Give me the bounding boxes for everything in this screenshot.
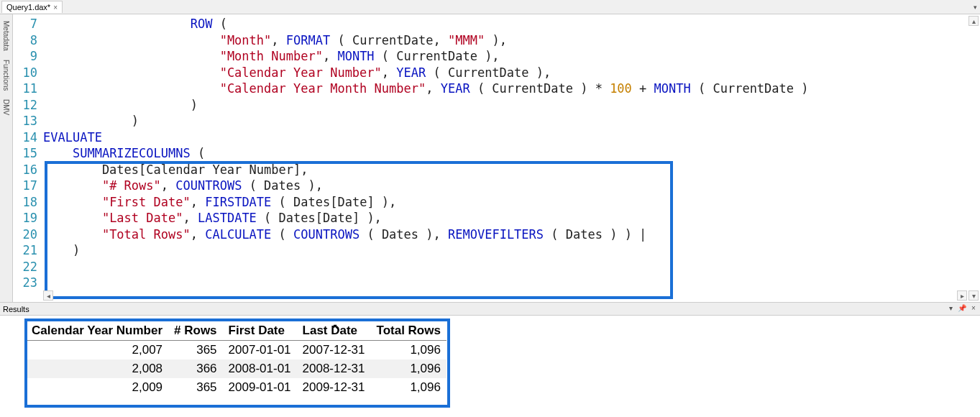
results-table[interactable]: Calendar Year Number# RowsFirst DateLast… [26, 321, 447, 397]
side-tab-metadata[interactable]: Metadata [1, 17, 12, 55]
table-cell: 2,009 [26, 378, 168, 397]
line-number: 12 [13, 97, 37, 114]
code-line[interactable]: "Month Number", MONTH ( CurrentDate ), [43, 48, 980, 65]
line-number: 11 [13, 81, 37, 97]
table-cell: 2,007 [26, 341, 168, 360]
line-number: 15 [13, 145, 37, 162]
scroll-down-icon[interactable]: ▾ [968, 290, 979, 301]
results-title: Results [3, 305, 29, 313]
window-menu-icon[interactable]: ▾ [945, 303, 956, 313]
results-header: Results ▾ 📌 × [0, 303, 980, 316]
code-line[interactable]: "Total Rows", CALCULATE ( COUNTROWS ( Da… [43, 226, 980, 243]
side-tab-functions[interactable]: Functions [1, 56, 12, 94]
table-cell: 2007-12-31 [297, 341, 371, 360]
column-header[interactable]: First Date [223, 321, 297, 341]
line-number: 7 [13, 16, 37, 32]
file-tab[interactable]: Query1.dax* × [1, 1, 63, 13]
tab-strip: Query1.dax* × ▾ [0, 0, 980, 14]
code-line[interactable]: ) [43, 97, 980, 114]
code-line[interactable]: "Last Date", LASTDATE ( Dates[Date] ), [43, 210, 980, 226]
table-cell: 366 [168, 359, 223, 378]
line-number: 20 [13, 226, 37, 243]
main-area: Metadata Functions DMV 78910111213141516… [0, 14, 980, 302]
code-line[interactable]: ROW ( [43, 16, 980, 32]
code-line[interactable]: Dates[Calendar Year Number], [43, 162, 980, 178]
table-cell: 2008-01-01 [223, 359, 297, 378]
close-icon[interactable]: × [53, 4, 58, 12]
table-row[interactable]: 2,0083662008-01-012008-12-311,096 [26, 359, 447, 378]
results-panel: Results ▾ 📌 × Calendar Year Number# Rows… [0, 302, 980, 417]
code-line[interactable]: EVALUATE [43, 129, 980, 146]
column-header[interactable]: Last Date [297, 321, 371, 341]
line-number: 14 [13, 129, 37, 146]
table-row[interactable]: 2,0093652009-01-012009-12-311,096 [26, 378, 447, 397]
scroll-up-icon[interactable]: ▴ [968, 16, 979, 26]
line-number: 9 [13, 48, 37, 65]
line-number: 23 [13, 275, 37, 291]
table-cell: 2008-12-31 [297, 359, 371, 378]
table-cell: 2,008 [26, 359, 168, 378]
table-cell: 1,096 [371, 341, 447, 360]
table-cell: 1,096 [371, 378, 447, 397]
line-number: 10 [13, 65, 37, 81]
line-number: 13 [13, 113, 37, 129]
scroll-left-icon[interactable]: ◂ [43, 290, 53, 301]
table-cell: 2007-01-01 [223, 341, 297, 360]
left-tool-tabs: Metadata Functions DMV [0, 14, 13, 302]
tabs-dropdown-icon[interactable]: ▾ [974, 4, 977, 11]
table-header-row: Calendar Year Number# RowsFirst DateLast… [26, 321, 447, 341]
line-number: 22 [13, 259, 37, 275]
column-header[interactable]: Total Rows [371, 321, 447, 341]
line-number: 21 [13, 242, 37, 259]
code-line[interactable]: "First Date", FIRSTDATE ( Dates[Date] ), [43, 194, 980, 211]
column-header[interactable]: # Rows [168, 321, 223, 341]
close-panel-icon[interactable]: × [968, 303, 979, 313]
results-body: Calendar Year Number# RowsFirst DateLast… [0, 316, 980, 417]
table-cell: 1,096 [371, 359, 447, 378]
code-editor[interactable]: 7891011121314151617181920212223 ROW ( "M… [13, 14, 980, 302]
scroll-right-icon[interactable]: ▸ [957, 290, 967, 301]
code-line[interactable]: "Calendar Year Month Number", YEAR ( Cur… [43, 81, 980, 97]
table-cell: 2009-01-01 [223, 378, 297, 397]
code-line[interactable]: "Calendar Year Number", YEAR ( CurrentDa… [43, 65, 980, 81]
table-row[interactable]: 2,0073652007-01-012007-12-311,096 [26, 341, 447, 360]
column-header[interactable]: Calendar Year Number [26, 321, 168, 341]
table-cell: 365 [168, 378, 223, 397]
code-line[interactable]: "Month", FORMAT ( CurrentDate, "MMM" ), [43, 32, 980, 49]
code-line[interactable]: "# Rows", COUNTROWS ( Dates ), [43, 178, 980, 194]
code-line[interactable]: ) [43, 113, 980, 129]
side-tab-dmv[interactable]: DMV [1, 96, 12, 119]
line-number: 8 [13, 32, 37, 49]
line-number: 18 [13, 194, 37, 211]
code-line[interactable]: ) [43, 242, 980, 259]
table-cell: 2009-12-31 [297, 378, 371, 397]
pin-icon[interactable]: 📌 [957, 303, 967, 313]
line-number: 17 [13, 178, 37, 194]
file-tab-title: Query1.dax* [6, 3, 50, 12]
line-number: 19 [13, 210, 37, 226]
code-line[interactable]: SUMMARIZECOLUMNS ( [43, 145, 980, 162]
code-area[interactable]: ROW ( "Month", FORMAT ( CurrentDate, "MM… [43, 14, 980, 302]
table-cell: 365 [168, 341, 223, 360]
line-number: 16 [13, 162, 37, 178]
line-number-gutter: 7891011121314151617181920212223 [13, 14, 43, 302]
